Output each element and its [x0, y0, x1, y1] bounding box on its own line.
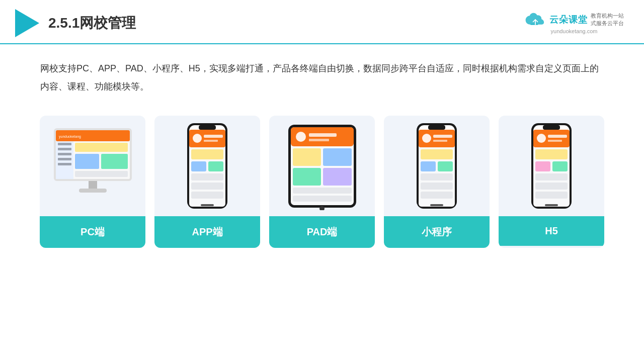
cloud-logo: 云朵课堂 教育机构一站式服务云平台	[524, 12, 624, 28]
svg-point-22	[193, 134, 202, 143]
cards-container: yunduoketang PC端	[0, 106, 644, 258]
svg-rect-15	[79, 189, 107, 193]
svg-rect-75	[545, 204, 558, 206]
pad-device-icon	[286, 122, 359, 210]
svg-rect-52	[433, 135, 452, 138]
svg-rect-30	[191, 192, 223, 199]
card-miniapp: 小程序	[384, 116, 490, 248]
svg-rect-31	[201, 204, 214, 206]
svg-rect-5	[75, 143, 128, 152]
app-device-icon	[185, 122, 230, 210]
card-h5-image	[499, 116, 604, 216]
cloud-icon	[524, 12, 546, 27]
pc-device-icon: yunduoketang	[49, 126, 137, 206]
svg-rect-56	[438, 161, 453, 171]
svg-rect-42	[323, 168, 352, 186]
svg-rect-72	[535, 173, 568, 180]
description-text: 网校支持PC、APP、PAD、小程序、H5，实现多端打通，产品各终端自由切换，数…	[0, 44, 644, 106]
svg-rect-70	[535, 161, 550, 171]
card-pad-image	[269, 116, 375, 216]
svg-rect-55	[421, 161, 436, 171]
card-app-image	[154, 116, 260, 216]
svg-rect-10	[58, 148, 71, 150]
svg-rect-14	[89, 181, 97, 189]
svg-rect-59	[421, 192, 453, 199]
page-title: 2.5.1网校管理	[48, 14, 136, 33]
svg-rect-57	[421, 173, 453, 180]
svg-rect-68	[548, 140, 562, 142]
svg-point-66	[537, 134, 546, 143]
header-left: 2.5.1网校管理	[15, 9, 136, 37]
brand-name: 云朵课堂	[549, 14, 588, 26]
svg-rect-37	[309, 133, 337, 137]
svg-rect-9	[58, 143, 71, 145]
card-h5-label: H5	[499, 216, 604, 246]
logo-triangle-icon	[15, 9, 39, 37]
header: 2.5.1网校管理 云朵课堂 教育机构一站式服务云平台 yunduoketang…	[0, 0, 644, 44]
svg-rect-29	[191, 183, 223, 190]
svg-rect-25	[191, 149, 223, 159]
svg-rect-71	[552, 161, 568, 171]
svg-rect-7	[101, 154, 128, 169]
svg-point-51	[422, 134, 431, 143]
svg-rect-27	[208, 161, 223, 171]
svg-rect-54	[421, 149, 453, 159]
svg-rect-60	[430, 204, 443, 206]
svg-rect-53	[433, 140, 447, 142]
svg-rect-24	[204, 140, 218, 142]
card-miniapp-label: 小程序	[384, 216, 490, 248]
card-pad: PAD端	[269, 116, 375, 248]
svg-rect-41	[293, 168, 321, 186]
svg-rect-48	[428, 125, 445, 130]
header-right: 云朵课堂 教育机构一站式服务云平台 yunduoketang.com	[524, 12, 624, 35]
card-pc: yunduoketang PC端	[40, 116, 145, 248]
brand-url: yunduoketang.com	[551, 28, 598, 34]
h5-device-icon	[529, 122, 574, 210]
svg-rect-28	[191, 173, 223, 180]
svg-rect-8	[75, 171, 128, 177]
svg-rect-67	[548, 135, 567, 138]
svg-rect-19	[199, 125, 216, 130]
svg-rect-73	[535, 183, 568, 190]
svg-rect-12	[58, 158, 71, 160]
svg-rect-39	[293, 148, 321, 166]
miniapp-device-icon	[414, 122, 459, 210]
svg-rect-40	[323, 148, 352, 166]
card-app-label: APP端	[154, 216, 260, 248]
svg-rect-13	[58, 163, 71, 165]
card-pc-image: yunduoketang	[40, 116, 145, 216]
card-app: APP端	[154, 116, 260, 248]
svg-rect-63	[543, 125, 560, 130]
svg-text:yunduoketang: yunduoketang	[59, 135, 81, 139]
card-miniapp-image	[384, 116, 490, 216]
svg-rect-58	[421, 183, 453, 190]
svg-point-36	[296, 132, 306, 142]
svg-rect-6	[75, 154, 99, 169]
svg-rect-43	[293, 188, 352, 194]
card-pad-label: PAD端	[269, 216, 375, 248]
card-h5: H5	[499, 116, 604, 248]
svg-rect-69	[535, 149, 568, 159]
brand-slogan: 教育机构一站式服务云平台	[591, 12, 624, 28]
svg-rect-11	[58, 153, 71, 155]
svg-rect-23	[204, 135, 223, 138]
svg-rect-26	[191, 161, 206, 171]
svg-rect-44	[293, 196, 352, 202]
card-pc-label: PC端	[40, 216, 145, 248]
svg-rect-38	[309, 139, 329, 141]
svg-rect-74	[535, 192, 568, 199]
